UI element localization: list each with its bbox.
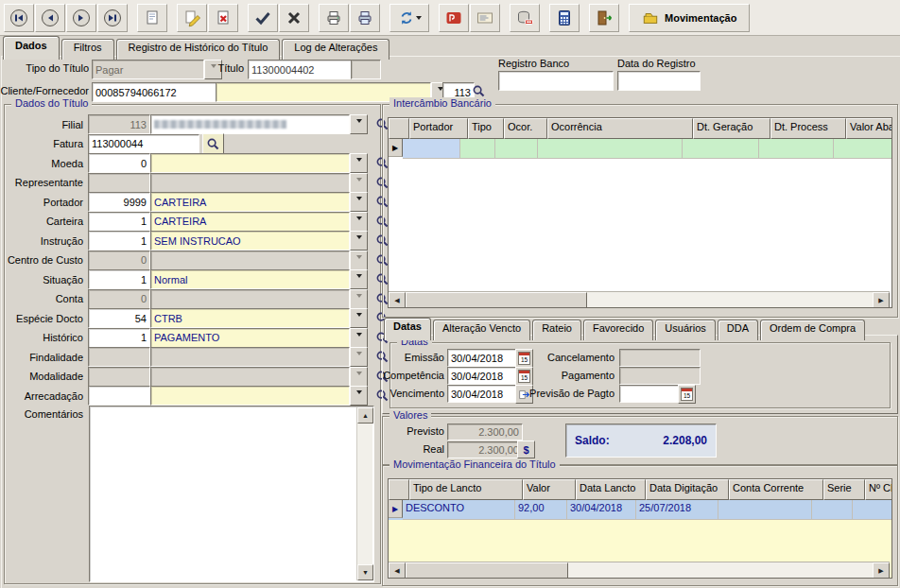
conta-dropdown-button[interactable] [350,289,368,309]
delete-button[interactable] [208,4,238,32]
modalidade-code-input[interactable] [88,367,150,387]
cell-data-digitacao[interactable]: 25/07/2018 [636,500,718,520]
historico-desc-combo[interactable]: PAGAMENTO [150,328,350,348]
data-registro-input[interactable] [617,71,701,91]
col-ocor[interactable]: Ocor. [504,118,547,139]
cancelamento-input[interactable] [619,349,701,367]
portador-dropdown-button[interactable] [350,192,368,212]
intercambio-row[interactable]: ▶ [389,139,891,159]
prior-record-button[interactable] [35,4,65,32]
scroll-down-button[interactable]: ▼ [357,564,373,580]
filial-desc-combo[interactable] [150,114,350,134]
tab-log-alteracoes[interactable]: Log de Alterações [282,39,389,60]
print-preview-button[interactable] [350,4,380,32]
cell-conta-corrente[interactable] [718,500,812,520]
tipo-titulo-combo[interactable]: Pagar [92,60,222,79]
especie-docto-desc-combo[interactable]: CTRB [150,308,350,328]
cell-ocorrencia[interactable] [538,139,683,159]
refresh-dropdown-button[interactable] [389,4,429,32]
emissao-input[interactable]: 30/04/2018 [447,349,521,367]
competencia-input[interactable]: 30/04/2018 [447,367,521,385]
scroll-right-button[interactable]: ▶ [873,562,890,579]
centro-custo-dropdown-button[interactable] [350,251,368,270]
print-button[interactable] [319,4,349,32]
calculator-button[interactable] [549,4,580,32]
instrucao-code-input[interactable]: 1 [88,231,150,251]
movimentacao-button[interactable]: Movimentação [629,4,750,32]
col-valor-abatimento[interactable]: Valor Abatimento [846,118,892,139]
confirm-button[interactable] [248,4,278,32]
arrecadacao-desc-combo[interactable] [150,386,350,406]
previsao-calendar-button[interactable]: 15 [678,385,696,404]
tab-filtros[interactable]: Filtros [61,39,114,60]
cell-data-lancto[interactable]: 30/04/2018 [567,500,636,520]
arrecadacao-dropdown-button[interactable] [350,386,368,406]
movimentacao-row-selected[interactable]: ▶ DESCONTO 92,00 30/04/2018 25/07/2018 [389,500,891,520]
centro-custo-desc-combo[interactable] [150,251,350,270]
findalidade-code-input[interactable] [88,347,150,367]
situacao-desc-combo[interactable]: Normal [150,269,350,289]
col-dt-process[interactable]: Dt. Process [770,118,846,139]
centro-custo-code-input[interactable]: 0 [88,251,150,270]
scroll-right-button[interactable]: ▶ [873,292,890,308]
instrucao-dropdown-button[interactable] [350,231,368,251]
tab-ordem-compra[interactable]: Ordem de Compra [760,320,865,340]
especie-docto-dropdown-button[interactable] [350,308,368,328]
export-pdf-button[interactable] [439,4,469,32]
col-valor[interactable]: Valor [523,479,576,500]
representante-dropdown-button[interactable] [350,173,368,193]
modalidade-dropdown-button[interactable] [350,367,368,387]
cliente-fornecedor-input[interactable]: 00085794066172 [92,82,220,102]
arrecadacao-code-input[interactable] [88,386,150,406]
cell-n-cheque[interactable] [853,500,892,520]
next-record-button[interactable] [66,4,96,32]
historico-dropdown-button[interactable] [350,328,368,348]
especie-docto-code-input[interactable]: 54 [88,308,150,328]
representante-code-input[interactable] [88,173,150,193]
cancel-button[interactable] [279,4,309,32]
registro-banco-input[interactable] [498,71,614,91]
col-serie[interactable]: Serie [823,479,865,500]
col-conta-corrente[interactable]: Conta Corrente [729,479,823,500]
cell-dt-process[interactable] [759,139,834,159]
tab-rateio[interactable]: Rateio [532,320,581,340]
scroll-thumb[interactable] [406,292,587,308]
carteira-code-input[interactable]: 1 [88,212,150,232]
list-card-button[interactable] [470,4,500,32]
portador-code-input[interactable]: 9999 [88,192,150,212]
col-data-digitacao[interactable]: Data Digitação [646,479,729,500]
scroll-up-button[interactable]: ▲ [357,407,373,424]
col-portador[interactable]: Portador [409,118,468,139]
findalidade-desc-combo[interactable] [150,347,350,367]
portador-desc-combo[interactable]: CARTEIRA [150,192,350,212]
cell-tipo-lancto[interactable]: DESCONTO [403,500,515,520]
tab-datas[interactable]: Datas [384,318,431,340]
tab-favorecido[interactable]: Favorecido [583,320,653,340]
modalidade-desc-combo[interactable] [150,367,350,387]
purge-button[interactable] [510,4,540,32]
findalidade-dropdown-button[interactable] [350,347,368,367]
cell-valor-abatimento[interactable] [834,139,892,159]
fatura-lookup-button[interactable] [202,133,224,154]
scroll-left-button[interactable]: ◀ [389,292,406,308]
previsto-input[interactable]: 2.300,00 [447,424,523,441]
currency-button[interactable]: $ [517,441,535,458]
filial-code-input[interactable]: 113 [88,114,150,134]
situacao-dropdown-button[interactable] [350,269,368,289]
first-record-button[interactable] [4,4,34,32]
tab-dados[interactable]: Dados [3,36,60,60]
scroll-left-button[interactable]: ◀ [389,562,406,579]
tab-usuarios[interactable]: Usuários [655,320,715,340]
cell-portador[interactable] [403,139,460,159]
comentarios-textarea[interactable]: ▲ ▼ [89,406,374,582]
cell-ocor[interactable] [495,139,538,159]
col-dt-geracao[interactable]: Dt. Geração [693,118,770,139]
carteira-desc-combo[interactable]: CARTEIRA [150,212,350,232]
instrucao-desc-combo[interactable]: SEM INSTRUCAO [150,231,350,251]
col-ocorrencia[interactable]: Ocorrência [547,118,693,139]
conta-code-input[interactable]: 0 [88,289,150,309]
movimentacao-hscrollbar[interactable]: ◀ ▶ [389,562,890,578]
moeda-desc-combo[interactable] [150,153,350,173]
real-input[interactable]: 2.300,00 [447,441,523,458]
last-record-button[interactable] [97,4,128,32]
